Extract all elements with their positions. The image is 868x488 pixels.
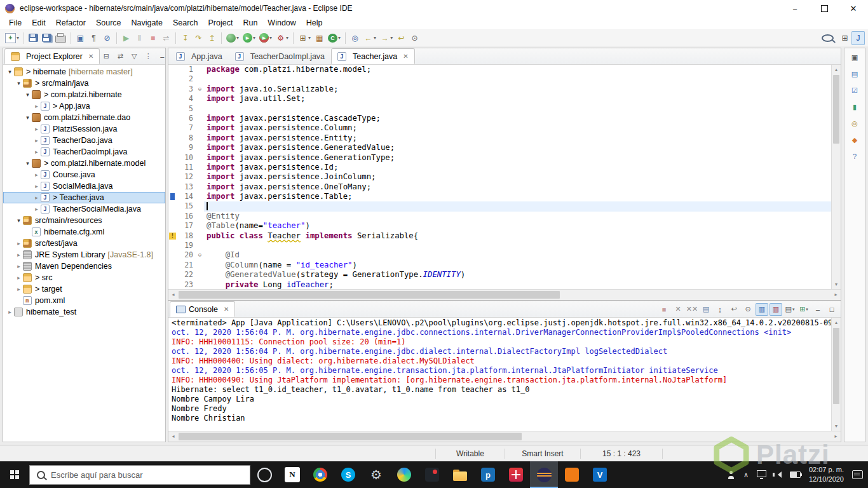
minimized-search-view-icon[interactable]: ◎ bbox=[848, 117, 861, 130]
battery-icon[interactable] bbox=[790, 471, 801, 478]
step-return-button[interactable]: ↥ bbox=[205, 31, 219, 45]
step-into-button[interactable]: ↧ bbox=[179, 31, 192, 45]
scrollbar-thumb[interactable] bbox=[833, 75, 839, 144]
close-view-icon[interactable]: ✕ bbox=[88, 53, 93, 60]
tab-project-explorer[interactable]: Project Explorer ✕ bbox=[4, 48, 100, 64]
editor-tab-teacherdaoimpl-java[interactable]: JTeacherDaoImpl.java bbox=[229, 48, 331, 64]
back-button[interactable]: ←▾ bbox=[362, 31, 378, 45]
menu-file[interactable]: File bbox=[4, 17, 27, 29]
tree-item-src-main-resources[interactable]: ▾src/main/resources bbox=[3, 215, 165, 226]
show-whitespace-button[interactable]: ¶ bbox=[87, 31, 100, 45]
taskbar-settings[interactable]: ⚙ bbox=[362, 461, 390, 488]
menu-navigate[interactable]: Navigate bbox=[126, 17, 168, 29]
new-class-button[interactable]: C▾ bbox=[326, 31, 342, 45]
collapsed-arrow-icon[interactable]: ▸ bbox=[32, 172, 41, 178]
collapsed-arrow-icon[interactable]: ▸ bbox=[15, 252, 23, 258]
tree-item-com-platzi-hibernate-dao[interactable]: ▾com.platzi.hibernate.dao bbox=[3, 112, 165, 123]
expanded-arrow-icon[interactable]: ▾ bbox=[24, 114, 32, 121]
tree-item-app-java[interactable]: ▸J> App.java bbox=[3, 100, 165, 112]
collapsed-arrow-icon[interactable]: ▸ bbox=[32, 149, 41, 155]
code-line-9[interactable]: 9import javax.persistence.GeneratedValue… bbox=[168, 143, 831, 152]
code-line-10[interactable]: 10import javax.persistence.GenerationTyp… bbox=[168, 153, 831, 163]
minimized-tasklist-view-icon[interactable]: ☑ bbox=[848, 84, 861, 97]
collapsed-arrow-icon[interactable]: ▸ bbox=[32, 206, 41, 212]
print-button[interactable] bbox=[53, 31, 68, 45]
scrollbar-thumb[interactable] bbox=[179, 433, 522, 440]
show-stdout-button[interactable]: ▥ bbox=[756, 303, 768, 316]
tree-item-src-test-java[interactable]: ▸src/test/java bbox=[3, 238, 165, 249]
fold-collapse-icon[interactable]: ⊖ bbox=[196, 250, 204, 260]
code-line-20[interactable]: 20⊖ @Id bbox=[168, 250, 831, 260]
new-java-project-button[interactable]: ⊞▾ bbox=[296, 31, 313, 45]
minimized-git-view-icon[interactable]: ◆ bbox=[848, 133, 861, 146]
taskbar-notion[interactable]: N bbox=[278, 461, 306, 488]
tree-item-target[interactable]: ▸> target bbox=[3, 283, 165, 295]
taskbar-cortana[interactable] bbox=[250, 461, 278, 488]
minimize-console-button[interactable]: – bbox=[811, 303, 824, 316]
tree-item-teacher-java[interactable]: ▸J> Teacher.java bbox=[3, 192, 165, 203]
step-over-button[interactable]: ↷ bbox=[192, 31, 205, 45]
pin-editor-button[interactable]: ⊙ bbox=[408, 31, 421, 45]
tree-item-teacherdaoimpl-java[interactable]: ▸JTeacherDaoImpl.java bbox=[3, 146, 165, 158]
open-view-icon[interactable]: ▣ bbox=[848, 51, 861, 64]
forward-button[interactable]: →▾ bbox=[378, 31, 395, 45]
minimize-window-button[interactable]: – bbox=[780, 0, 810, 17]
collapsed-arrow-icon[interactable]: ▸ bbox=[32, 183, 41, 189]
tree-item-teachersocialmedia-java[interactable]: ▸JTeacherSocialMedia.java bbox=[3, 203, 165, 215]
code-line-6[interactable]: 6import javax.persistence.CascadeType; bbox=[168, 114, 831, 123]
run-button[interactable]: ▶▾ bbox=[241, 31, 257, 45]
close-window-button[interactable]: ✕ bbox=[839, 0, 868, 17]
scroll-right-icon[interactable]: ▸ bbox=[831, 431, 841, 442]
scroll-down-icon[interactable]: ▾ bbox=[832, 421, 841, 431]
expanded-arrow-icon[interactable]: ▾ bbox=[6, 69, 14, 75]
scroll-down-icon[interactable]: ▾ bbox=[832, 280, 841, 289]
start-button[interactable] bbox=[0, 461, 29, 488]
filter-button[interactable]: ▽ bbox=[128, 50, 140, 63]
expanded-arrow-icon[interactable]: ▾ bbox=[24, 92, 32, 98]
volume-icon[interactable] bbox=[775, 471, 782, 478]
menu-help[interactable]: Help bbox=[301, 17, 328, 29]
scroll-up-icon[interactable]: ▴ bbox=[832, 65, 841, 74]
code-line-2[interactable]: 2 bbox=[168, 74, 831, 84]
open-type-button[interactable]: ◎ bbox=[348, 31, 362, 45]
code-line-16[interactable]: 16@Entity bbox=[168, 212, 831, 221]
collapsed-arrow-icon[interactable]: ▸ bbox=[6, 309, 14, 315]
code-line-22[interactable]: 22 @GeneratedValue(strategy = Generation… bbox=[168, 270, 831, 280]
tree-item-hibernate-cfg-xml[interactable]: xhibernate.cfg.xml bbox=[3, 226, 165, 238]
menu-project[interactable]: Project bbox=[203, 17, 238, 29]
tree-item-hibernate-test[interactable]: ▸hibernate_test bbox=[3, 306, 165, 318]
java-perspective-button[interactable]: J bbox=[851, 31, 865, 45]
tree-item-com-platzi-hibernate-model[interactable]: ▾> com.platzi.hibernate.model bbox=[3, 158, 165, 169]
editor-vertical-scrollbar[interactable]: ▴ ▾ bbox=[831, 65, 841, 289]
collapsed-arrow-icon[interactable]: ▸ bbox=[15, 240, 23, 247]
people-icon[interactable] bbox=[727, 471, 735, 479]
taskbar-file-explorer[interactable] bbox=[446, 461, 474, 488]
collapsed-arrow-icon[interactable]: ▸ bbox=[15, 263, 23, 269]
collapse-all-button[interactable]: ⊟ bbox=[100, 50, 112, 63]
code-line-4[interactable]: 4import java.util.Set; bbox=[168, 94, 831, 104]
menu-run[interactable]: Run bbox=[238, 17, 262, 29]
code-line-3[interactable]: 3⊖import java.io.Serializable; bbox=[168, 85, 831, 94]
code-line-15[interactable]: 15 bbox=[168, 201, 831, 211]
collapsed-arrow-icon[interactable]: ▸ bbox=[32, 137, 41, 144]
clear-console-button[interactable]: ▤ bbox=[700, 303, 712, 316]
last-edit-button[interactable]: ↩ bbox=[395, 31, 408, 45]
expanded-arrow-icon[interactable]: ▾ bbox=[24, 160, 32, 166]
scroll-up-icon[interactable]: ▴ bbox=[832, 318, 841, 327]
code-line-17[interactable]: 17@Table(name="teacher") bbox=[168, 221, 831, 231]
taskbar-chrome[interactable] bbox=[306, 461, 334, 488]
debug-button[interactable]: ▾ bbox=[224, 31, 241, 45]
scroll-right-icon[interactable]: ▸ bbox=[831, 290, 841, 300]
console-output[interactable]: <terminated> App [Java Application] C:\U… bbox=[168, 318, 831, 433]
menu-source[interactable]: Source bbox=[91, 17, 126, 29]
tree-item-com-platzi-hibernate[interactable]: ▾> com.platzi.hibernate bbox=[3, 89, 165, 100]
search-button[interactable] bbox=[818, 31, 838, 45]
code-line-11[interactable]: 11import javax.persistence.Id; bbox=[168, 163, 831, 172]
editor-horizontal-scrollbar[interactable]: ◂ ▸ bbox=[168, 289, 841, 300]
pin-console-button[interactable]: ⊙ bbox=[742, 303, 754, 316]
scroll-lock-button[interactable]: ↨ bbox=[714, 303, 726, 316]
open-console-button[interactable]: ▣ bbox=[74, 31, 87, 45]
tree-item-jre-system-library[interactable]: ▸JRE System Library [JavaSE-1.8] bbox=[3, 249, 165, 261]
show-stderr-button[interactable]: ▥ bbox=[770, 303, 782, 316]
disconnect-button[interactable]: ⇌ bbox=[159, 31, 173, 45]
